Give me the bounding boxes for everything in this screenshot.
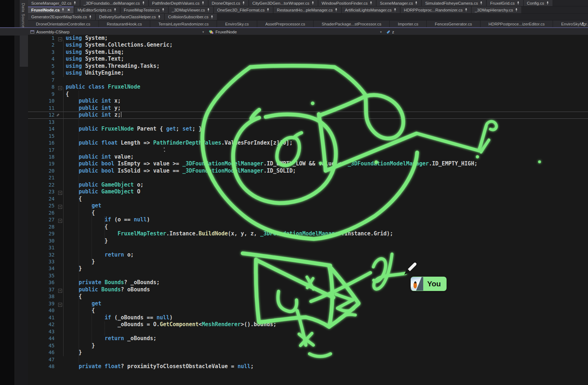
code-text[interactable]: { <box>66 196 588 202</box>
code-text[interactable]: } <box>66 258 588 265</box>
tab-assetpreprocessor-cs[interactable]: AssetPreprocessor.cs <box>257 20 313 27</box>
pin-icon[interactable] <box>515 8 518 12</box>
fold-toggle[interactable]: − <box>58 205 62 209</box>
code-text[interactable]: public FruxelNode Parent { get; set; } <box>66 126 588 132</box>
code-text[interactable] <box>66 244 588 251</box>
pin-icon[interactable] <box>207 8 210 12</box>
pin-icon[interactable] <box>517 1 520 5</box>
pin-icon[interactable] <box>415 1 418 5</box>
code-text[interactable]: public int value; <box>66 154 588 160</box>
fold-toggle[interactable]: − <box>58 289 62 293</box>
code-text[interactable]: { <box>66 91 588 98</box>
code-text[interactable]: using System.Text; <box>66 56 588 62</box>
tab-onesec3d-fileformat-cs[interactable]: OneSec3D_FileFormat.cs <box>214 6 273 13</box>
tab--3dmapviewer-cs[interactable]: _3DMapViewer.cs <box>169 6 213 13</box>
code-text[interactable]: if (_oBounds == null) <box>66 314 588 321</box>
code-text[interactable]: public GameObject o; <box>66 182 588 188</box>
code-text[interactable]: get <box>66 300 588 307</box>
code-text[interactable] <box>66 133 588 140</box>
tab-fencesgenerator-cs[interactable]: FencesGenerator.cs <box>427 20 480 27</box>
code-text[interactable]: private float? proximityToClosestObstacl… <box>66 363 588 370</box>
tab-overflow-chevron[interactable]: ▼ <box>581 22 584 25</box>
code-text[interactable]: using System; <box>66 35 588 42</box>
breadcrumb-dropdown-icon[interactable]: ▾ <box>202 30 204 34</box>
code-text[interactable]: public int x; <box>66 98 588 104</box>
code-text[interactable]: public int y; <box>66 105 588 112</box>
code-text[interactable]: public GameObject O <box>66 188 588 195</box>
code-text[interactable]: public float Length => PathfinderDepthVa… <box>66 140 588 146</box>
pin-icon[interactable] <box>73 1 76 5</box>
code-text[interactable]: } <box>66 349 588 356</box>
fold-toggle[interactable]: − <box>58 37 62 41</box>
code-text[interactable]: public int z; <box>66 112 588 118</box>
code-text[interactable]: get <box>66 202 588 209</box>
tab-deliverysurfaceclasshelper-cs[interactable]: DeliverySurfaceClassHelper.cs <box>96 14 164 20</box>
pin-icon[interactable] <box>201 1 205 5</box>
pin-icon[interactable] <box>311 1 314 5</box>
tab-droneobject-cs[interactable]: DroneObject.cs <box>209 0 248 6</box>
pin-icon[interactable] <box>335 8 338 12</box>
fold-toggle[interactable]: − <box>58 191 62 195</box>
pin-icon[interactable] <box>210 15 214 19</box>
pin-icon[interactable] <box>113 8 117 12</box>
code-text[interactable]: private Bounds? _oBounds; <box>66 279 588 286</box>
code-text[interactable]: using UnityEngine; <box>66 70 588 76</box>
code-text[interactable] <box>66 174 588 181</box>
code-text[interactable]: } <box>66 238 588 244</box>
tab-myeditorscripts-cs[interactable]: MyEditorScripts.cs <box>74 6 120 13</box>
tab-hdrppostproc-randomizer-cs[interactable]: HDRPPostproc...Randomizer.cs <box>401 6 471 13</box>
pin-icon[interactable] <box>465 8 468 12</box>
tab-restaurantho-plemanager-cs[interactable]: RestaurantHo...pleManager.cs <box>274 6 341 13</box>
code-text[interactable]: public bool IsEmpty => value >= _3DFound… <box>66 160 588 167</box>
tab-shaderpackage-stprocessor-cs[interactable]: ShaderPackage...stProcessor.cs <box>314 20 389 27</box>
pin-icon[interactable] <box>546 1 549 5</box>
breadcrumb-project[interactable]: Assembly-CSharp <box>30 30 70 34</box>
tab-envirosky-cs[interactable]: EnviroSky.cs <box>217 20 257 27</box>
code-text[interactable]: return o; <box>66 252 588 258</box>
tab-terrainlayerrandomizer-cs[interactable]: TerrainLayerRandomizer.cs <box>150 20 216 27</box>
pin-icon[interactable] <box>369 1 373 5</box>
pin-icon[interactable] <box>162 8 165 12</box>
code-text[interactable]: public bool IsSolid => value == _3DFound… <box>66 168 588 174</box>
code-text[interactable]: { <box>66 307 588 314</box>
tab-scenemanager-02-cs[interactable]: SceneManager_02.cs <box>28 0 80 6</box>
code-text[interactable]: if (o == null) <box>66 216 588 223</box>
pin-icon[interactable] <box>266 8 270 12</box>
code-text[interactable] <box>66 119 588 126</box>
code-text[interactable]: FruxelMapTester.Instance.BuildNode(x, y,… <box>66 230 588 237</box>
pin-icon[interactable] <box>89 15 92 19</box>
code-text[interactable] <box>66 147 588 154</box>
tab--3dfoundatio-delmanager-cs[interactable]: _3DFoundatio...delManager.cs <box>80 0 148 6</box>
tab-windowpositionfinder-cs[interactable]: WindowPositionFinder.cs <box>318 0 376 6</box>
code-text[interactable]: { <box>66 293 588 300</box>
code-text[interactable]: } <box>66 342 588 349</box>
tab-collisionsubscriber-cs[interactable]: CollisionSubscriber.cs <box>165 14 217 20</box>
tab-simulatedfisheyecamera-cs[interactable]: SimulatedFisheyeCamera.cs <box>422 0 486 6</box>
code-text[interactable]: public class FruxelNode <box>66 84 588 90</box>
tab-pathfinderdepthvalues-cs[interactable]: PathfinderDepthValues.cs <box>149 0 208 6</box>
pin-icon[interactable] <box>158 15 161 19</box>
code-text[interactable]: } <box>66 265 588 272</box>
code-text[interactable]: using System.Collections.Generic; <box>66 42 588 48</box>
code-text[interactable]: public Bounds? oBounds <box>66 286 588 293</box>
pin-icon[interactable] <box>142 1 145 5</box>
code-text[interactable]: { <box>66 210 588 216</box>
tab-fruxelnode-cs[interactable]: FruxelNode.cs✕ <box>28 6 74 13</box>
pin-icon[interactable] <box>480 1 483 5</box>
code-text[interactable] <box>66 272 588 279</box>
code-text[interactable]: { <box>66 224 588 230</box>
code-editor[interactable]: 1−using System;2using System.Collections… <box>28 35 588 385</box>
code-text[interactable] <box>66 356 588 363</box>
fold-toggle[interactable]: − <box>58 303 62 307</box>
tab-importer-cs[interactable]: Importer.cs <box>390 20 426 27</box>
code-text[interactable] <box>66 77 588 84</box>
fold-toggle[interactable]: − <box>58 219 62 223</box>
breadcrumb-member[interactable]: z <box>386 30 394 34</box>
pin-icon[interactable] <box>242 1 245 5</box>
pin-icon[interactable] <box>393 8 397 12</box>
tab-droneorientationcontroller-cs[interactable]: DroneOrientationController.cs <box>28 20 98 27</box>
code-text[interactable]: _oBounds = O.GetComponent<MeshRenderer>(… <box>66 321 588 328</box>
tab-fruxelmaptester-cs[interactable]: FruxelMapTester.cs <box>121 6 168 13</box>
pin-icon[interactable] <box>61 8 65 12</box>
tab--3dmaphierarchy-cs[interactable]: _3DMapHierarchy.cs <box>472 6 522 13</box>
